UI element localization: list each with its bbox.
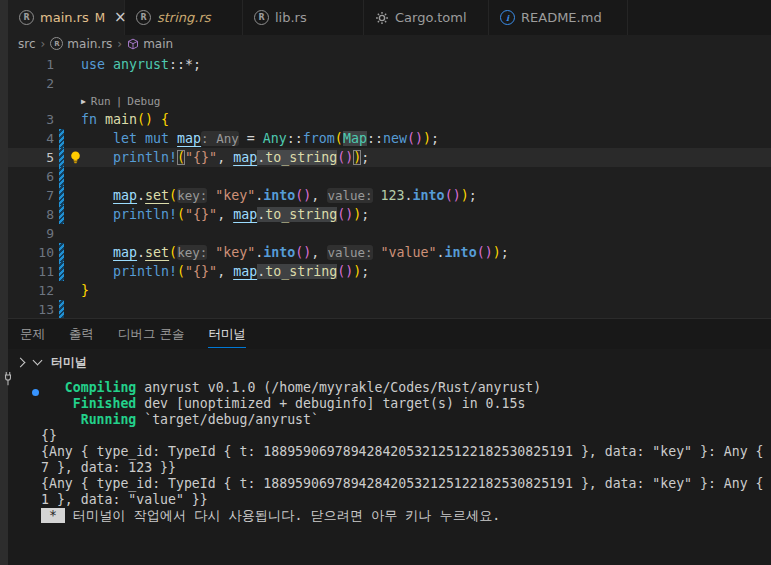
terminal-line: 1 }, data: "value" }} <box>41 492 771 508</box>
tab-readme-md[interactable]: i README.md <box>489 0 628 35</box>
tab-label: lib.rs <box>275 0 307 35</box>
code-line[interactable]: 3 fn main() { <box>8 110 771 129</box>
terminal-line: * 터미널이 작업에서 다시 사용됩니다. 닫으려면 아무 키나 누르세요. <box>41 508 771 524</box>
tab-label: Cargo.toml <box>395 0 467 35</box>
breadcrumb: src › R main.rs › main <box>8 35 771 52</box>
code-line-current[interactable]: 5 println!("{}", map.to_string()); <box>8 148 771 167</box>
line-number: 7 <box>8 186 54 205</box>
code-line[interactable]: 4 let mut map: Any = Any::from(Map::new(… <box>8 129 771 148</box>
panel-tab-terminal[interactable]: 터미널 <box>196 319 258 349</box>
modified-badge: M <box>95 11 105 25</box>
terminal-section-header: 터미널 <box>8 349 771 375</box>
editor-tab-bar: R main.rs M × R string.rs R lib.rs Cargo… <box>8 0 771 35</box>
editor-group: R main.rs M × R string.rs R lib.rs Cargo… <box>8 0 771 565</box>
breadcrumb-main-rs[interactable]: R main.rs <box>50 37 112 51</box>
panel-tab-problems[interactable]: 문제 <box>8 319 57 349</box>
breadcrumb-src[interactable]: src <box>18 37 36 51</box>
line-number: 1 <box>8 55 54 74</box>
rust-icon: R <box>136 10 151 25</box>
line-number: 8 <box>8 205 54 224</box>
codelens-separator: | <box>116 93 123 110</box>
line-number: 4 <box>8 129 54 148</box>
terminal-line: 7 }, data: 123 }} <box>41 460 771 476</box>
lightbulb-icon[interactable] <box>68 150 83 165</box>
tab-string-rs[interactable]: R string.rs <box>125 0 243 35</box>
chevron-right-icon: › <box>117 37 122 51</box>
terminal-line: {} <box>41 428 771 444</box>
run-play-icon: ▶ <box>81 93 86 110</box>
panel-tab-output[interactable]: 출력 <box>57 319 106 349</box>
plug-icon <box>1 371 15 387</box>
tab-label: string.rs <box>157 0 211 35</box>
line-number: 12 <box>8 281 54 300</box>
terminal-line: Finished dev [unoptimized + debuginfo] t… <box>41 396 771 412</box>
line-number: 5 <box>8 148 54 167</box>
tab-main-rs[interactable]: R main.rs M × <box>8 0 125 35</box>
terminal-section-title: 터미널 <box>51 354 87 371</box>
terminal-output[interactable]: Compiling anyrust v0.1.0 (/home/myyrakle… <box>8 375 771 565</box>
chevron-right-icon: › <box>41 37 46 51</box>
code-line[interactable]: 12 } <box>8 281 771 300</box>
tab-lib-rs[interactable]: R lib.rs <box>243 0 364 35</box>
terminal-line: Compiling anyrust v0.1.0 (/home/myyrakle… <box>41 380 771 396</box>
tab-label: README.md <box>521 0 602 35</box>
code-line[interactable]: 11 println!("{}", map.to_string()); <box>8 262 771 281</box>
code-editor[interactable]: 1 use anyrust::*; 2 ▶ Run | Debug 3 fn m… <box>8 52 771 318</box>
terminal-line: {Any { type_id: TypeId { t: 188959069789… <box>41 476 771 492</box>
code-line[interactable]: 7 map.set(key: "key".into(), value: 123.… <box>8 186 771 205</box>
line-number: 10 <box>8 243 54 262</box>
bottom-panel: 문제 출력 디버그 콘솔 터미널 터미널 Compiling anyrust v… <box>8 318 771 565</box>
codelens-run-link[interactable]: Run <box>91 93 111 110</box>
code-line[interactable]: 8 println!("{}", map.to_string()); <box>8 205 771 224</box>
panel-tab-bar: 문제 출력 디버그 콘솔 터미널 <box>8 319 771 349</box>
line-number: 11 <box>8 262 54 281</box>
code-line[interactable]: 2 <box>8 74 771 93</box>
gear-icon <box>375 11 389 25</box>
line-number: 2 <box>8 74 54 93</box>
codelens-debug-link[interactable]: Debug <box>127 93 160 110</box>
line-number: 13 <box>8 300 54 318</box>
code-line[interactable]: 6 <box>8 167 771 186</box>
info-icon: i <box>500 10 515 25</box>
tab-cargo-toml[interactable]: Cargo.toml <box>364 0 489 35</box>
codelens-row: ▶ Run | Debug <box>8 93 771 110</box>
code-line[interactable]: 13 <box>8 300 771 318</box>
rust-icon: R <box>19 10 34 25</box>
symbol-cube-icon <box>127 38 139 50</box>
rust-icon: R <box>254 10 269 25</box>
code-line[interactable]: 9 <box>8 224 771 243</box>
line-number: 6 <box>8 167 54 186</box>
line-number: 3 <box>8 110 54 129</box>
chevron-down-icon[interactable] <box>33 356 43 366</box>
sidebar-edge-strip <box>0 0 8 565</box>
breadcrumb-main-symbol[interactable]: main <box>127 37 173 51</box>
rust-icon: R <box>50 37 63 50</box>
line-number: 9 <box>8 224 54 243</box>
terminal-line: {Any { type_id: TypeId { t: 188959069789… <box>41 444 771 460</box>
vscode-window: R main.rs M × R string.rs R lib.rs Cargo… <box>0 0 771 565</box>
chevron-right-icon[interactable] <box>16 357 26 367</box>
code-line[interactable]: 1 use anyrust::*; <box>8 55 771 74</box>
command-decoration-dot[interactable] <box>32 389 39 396</box>
panel-tab-debug-console[interactable]: 디버그 콘솔 <box>106 319 196 349</box>
terminal-line: Running `target/debug/anyrust` <box>41 412 771 428</box>
tab-label: main.rs <box>40 0 89 35</box>
code-line[interactable]: 10 map.set(key: "key".into(), value: "va… <box>8 243 771 262</box>
